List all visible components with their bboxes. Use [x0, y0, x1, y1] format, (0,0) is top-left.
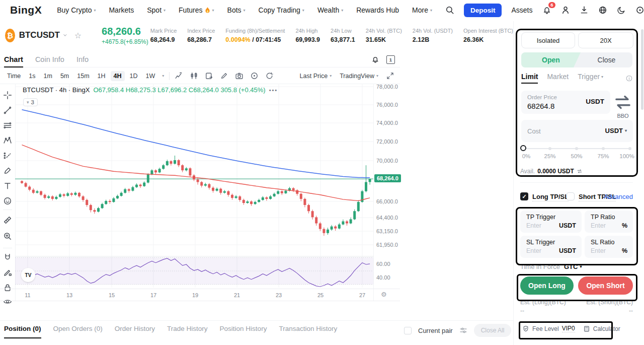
tab-chart[interactable]: Chart [4, 52, 23, 67]
pair-chevron-down-icon[interactable] [63, 32, 67, 38]
forecast-icon[interactable] [3, 151, 12, 160]
order-type-market[interactable]: Market [547, 73, 569, 84]
amount-slider-track[interactable] [523, 148, 630, 149]
download-app-icon[interactable] [580, 6, 589, 15]
interval-4h[interactable]: 4H [111, 71, 125, 81]
drawing-pencil-icon[interactable] [3, 268, 12, 277]
brush-icon[interactable] [3, 166, 12, 175]
order-price-field[interactable]: Order Price 68264.8 USDT [521, 91, 610, 114]
margin-mode-button[interactable]: Isolated [521, 32, 575, 48]
interval-1s[interactable]: 1s [26, 71, 38, 81]
tab-close[interactable]: Close [581, 52, 632, 67]
fullscreen-icon[interactable] [386, 72, 394, 80]
long-tpsl-checkbox[interactable]: ✓ [520, 192, 528, 200]
scrollbar[interactable] [641, 29, 643, 110]
interval-1d[interactable]: 1D [127, 71, 141, 81]
order-type-limit[interactable]: Limit [521, 73, 538, 84]
cost-unit-dropdown[interactable]: USDT▾ [605, 127, 627, 134]
bottom-tab-position-history[interactable]: Position History [220, 325, 267, 338]
ruler-icon[interactable] [3, 216, 12, 225]
tradingview-dropdown[interactable]: TradingView▾ [340, 73, 378, 80]
open-short-button[interactable]: Open Short [578, 277, 633, 295]
sl-trigger-field[interactable]: SL TriggerEnterUSDT [520, 236, 582, 258]
indicators-collapse-badge[interactable]: ▾3 [23, 98, 38, 106]
interval-time[interactable]: Time [4, 71, 24, 81]
slider-dot[interactable] [548, 147, 551, 150]
cost-input-field[interactable]: Cost USDT▾ [521, 120, 633, 142]
transfer-swap-icon[interactable] [577, 168, 583, 174]
nav-item-futures[interactable]: Futures▾ [179, 6, 214, 14]
tif-dropdown[interactable]: GTC▾ [564, 263, 582, 270]
bottom-tab-trade-history[interactable]: Trade History [167, 325, 208, 338]
axis-settings-gear-icon[interactable]: ⚙ [381, 291, 387, 298]
tab-info[interactable]: Info [76, 52, 89, 67]
bbo-toggle[interactable]: BBO [612, 92, 633, 113]
slider-dot[interactable] [575, 147, 578, 150]
pair-symbol[interactable]: BTCUSDT [19, 30, 60, 40]
bingx-logo[interactable]: BingX [10, 4, 42, 16]
xabcd-pattern-icon[interactable] [3, 136, 12, 145]
short-tpsl-checkbox[interactable] [567, 192, 575, 200]
nav-item-markets[interactable]: Markets [109, 6, 134, 14]
tab-open[interactable]: Open [521, 52, 581, 67]
deposit-button[interactable]: Deposit [464, 4, 502, 17]
bottom-tab-transaction-history[interactable]: Transaction History [279, 325, 337, 338]
slider-dot[interactable] [628, 147, 631, 150]
info-icon[interactable] [625, 75, 633, 82]
nav-item-more[interactable]: More▾ [412, 6, 432, 14]
layout-1-icon[interactable]: 1 [386, 55, 395, 64]
search-icon[interactable] [445, 6, 454, 15]
emoji-icon[interactable] [3, 196, 12, 205]
parallel-lines-icon[interactable] [3, 121, 12, 130]
calculator-label[interactable]: Calculator [593, 325, 620, 332]
interval-1m[interactable]: 1m [41, 71, 55, 81]
interval-1w[interactable]: 1W [143, 71, 158, 81]
legend-more-icon[interactable]: ••• [269, 87, 278, 93]
tab-coin-info[interactable]: Coin Info [35, 52, 64, 67]
chart-style-icon[interactable] [190, 72, 198, 80]
crosshair-icon[interactable] [3, 91, 12, 100]
favorite-star-icon[interactable]: ☆ [74, 31, 82, 40]
bottom-tab-order-history[interactable]: Order History [115, 325, 155, 338]
open-long-button[interactable]: Open Long [520, 277, 574, 295]
fee-level-value[interactable]: VIP0 [562, 325, 575, 332]
zoom-in-icon[interactable] [3, 232, 12, 241]
draw-icon[interactable] [220, 72, 228, 80]
order-price-value[interactable]: 68264.8 [527, 102, 554, 110]
calculator-icon[interactable] [583, 325, 590, 332]
magnet-icon[interactable] [3, 253, 12, 262]
order-form-icon[interactable] [205, 72, 213, 80]
nav-item-buy-crypto[interactable]: Buy Crypto▾ [57, 6, 96, 14]
bottom-tab-open-orders-0[interactable]: Open Orders (0) [53, 325, 103, 338]
indicators-icon[interactable] [175, 72, 183, 80]
sl-ratio-field[interactable]: SL RatioEnter% [585, 236, 633, 258]
close-all-button[interactable]: Close All [474, 324, 512, 337]
amount-slider-handle[interactable] [520, 145, 526, 151]
interval-more-chevron-icon[interactable]: ▾ [162, 74, 164, 78]
alert-bell-icon[interactable] [371, 55, 379, 63]
interval-5m[interactable]: 5m [57, 71, 72, 81]
profile-icon[interactable] [561, 6, 570, 15]
bottom-tab-position-0[interactable]: Position (0) [4, 325, 41, 338]
interval-15m[interactable]: 15m [74, 71, 92, 81]
candlestick-chart[interactable] [15, 84, 373, 289]
filter-sliders-icon[interactable] [459, 326, 467, 334]
notifications-bell-icon[interactable]: 6 [542, 6, 551, 15]
reload-icon[interactable] [265, 72, 274, 80]
tp-ratio-field[interactable]: TP RatioEnter% [585, 211, 633, 233]
advanced-link[interactable]: Advanced [604, 193, 633, 200]
nav-item-rewards-hub[interactable]: Rewards Hub [356, 6, 399, 14]
nav-item-copy-trading[interactable]: Copy Trading▾ [259, 6, 304, 14]
leverage-button[interactable]: 20X [578, 32, 633, 48]
dark-mode-moon-icon[interactable] [617, 6, 626, 15]
preferences-icon[interactable] [635, 6, 644, 15]
text-icon[interactable] [3, 181, 12, 190]
current-pair-checkbox[interactable] [404, 327, 412, 334]
language-globe-icon[interactable] [598, 6, 607, 15]
assets-link[interactable]: Assets [511, 6, 532, 14]
trend-line-icon[interactable] [3, 106, 12, 115]
price-mode-dropdown[interactable]: Last Price▾ [300, 73, 332, 80]
camera-icon[interactable] [235, 72, 244, 80]
nav-item-bots[interactable]: Bots▾ [227, 6, 246, 14]
tp-trigger-field[interactable]: TP TriggerEnterUSDT [520, 211, 582, 233]
